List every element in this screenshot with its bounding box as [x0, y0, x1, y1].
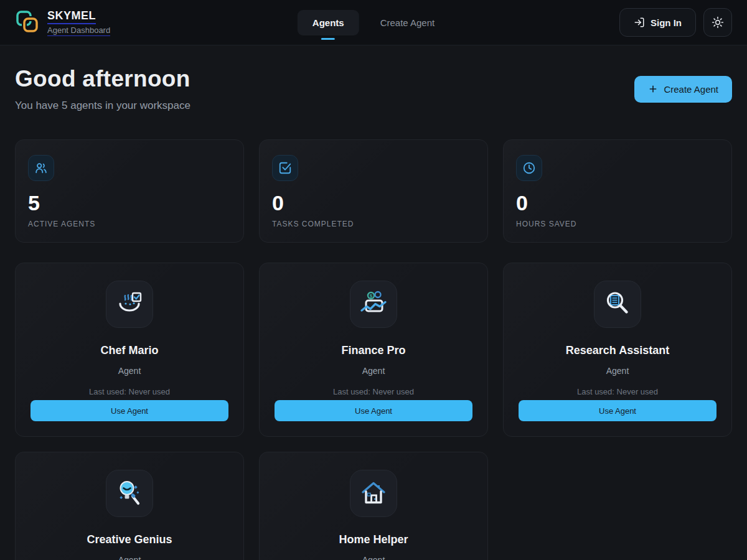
use-agent-button[interactable]: Use Agent: [519, 400, 716, 421]
agent-card-finance-pro: $ Finance Pro Agent Last used: Never use…: [259, 263, 488, 437]
research-magnifier-document-icon: [603, 289, 632, 319]
agent-icon-tile: [106, 281, 153, 328]
agent-type: Agent: [275, 555, 472, 560]
agent-type: Agent: [519, 366, 716, 376]
stat-icon-tile: [28, 155, 54, 181]
main-content: Good afternoon You have 5 agents in your…: [0, 66, 747, 560]
agent-icon-tile: [594, 281, 641, 328]
check-square-icon: [278, 161, 292, 175]
stat-label: TASKS COMPLETED: [272, 220, 475, 228]
stat-value: 5: [28, 192, 231, 213]
greeting-title: Good afternoon: [15, 66, 190, 92]
agent-icon-tile: [350, 470, 397, 517]
agents-grid: Chef Mario Agent Last used: Never used U…: [15, 263, 732, 560]
stat-label: ACTIVE AGENTS: [28, 220, 231, 228]
agent-card-chef-mario: Chef Mario Agent Last used: Never used U…: [15, 263, 244, 437]
main-nav: Agents Create Agent: [298, 0, 449, 45]
sign-in-label: Sign In: [651, 17, 682, 28]
tab-create-agent-label: Create Agent: [380, 17, 435, 28]
stat-value: 0: [272, 192, 475, 213]
agent-name: Home Helper: [275, 533, 472, 546]
use-agent-button[interactable]: Use Agent: [31, 400, 228, 421]
workspace-summary: You have 5 agents in your workspace: [15, 100, 190, 112]
stat-card-hours-saved: 0 HOURS SAVED: [503, 139, 732, 243]
agent-name: Creative Genius: [31, 533, 228, 546]
agent-card-home-helper: Home Helper Agent Last used: Never used …: [259, 452, 488, 560]
agent-type: Agent: [31, 555, 228, 560]
skymel-logo-icon: [15, 9, 41, 35]
app-header: SKYMEL Agent Dashboard Agents Create Age…: [0, 0, 747, 45]
hero-section: Good afternoon You have 5 agents in your…: [15, 66, 732, 112]
login-icon: [634, 17, 645, 28]
tab-agents[interactable]: Agents: [298, 10, 359, 35]
brand[interactable]: SKYMEL Agent Dashboard: [15, 9, 110, 36]
create-agent-button[interactable]: Create Agent: [634, 76, 732, 103]
creative-bulb-wand-icon: [115, 478, 144, 508]
tab-create-agent[interactable]: Create Agent: [365, 10, 450, 35]
brand-subtitle: Agent Dashboard: [47, 26, 110, 36]
agent-type: Agent: [275, 366, 472, 376]
use-agent-button[interactable]: Use Agent: [275, 400, 472, 421]
agent-name: Chef Mario: [31, 344, 228, 357]
plus-icon: [648, 84, 658, 94]
agent-icon-tile: $: [350, 281, 397, 328]
stat-icon-tile: [272, 155, 298, 181]
stat-label: HOURS SAVED: [516, 220, 719, 228]
finance-chart-coins-icon: $: [359, 289, 388, 319]
agent-card-creative-genius: Creative Genius Agent Last used: Never u…: [15, 452, 244, 560]
users-icon: [34, 161, 48, 175]
home-house-icon: [359, 478, 388, 508]
agent-type: Agent: [31, 366, 228, 376]
sun-icon: [712, 16, 724, 29]
header-actions: Sign In: [619, 8, 732, 37]
agent-card-research-assistant: Research Assistant Agent Last used: Neve…: [503, 263, 732, 437]
agent-last-used: Last used: Never used: [275, 387, 472, 396]
agent-name: Research Assistant: [519, 344, 716, 357]
agent-icon-tile: [106, 470, 153, 517]
agent-name: Finance Pro: [275, 344, 472, 357]
stat-card-active-agents: 5 ACTIVE AGENTS: [15, 139, 244, 243]
create-agent-label: Create Agent: [664, 84, 718, 95]
chef-steaming-bowl-icon: [115, 289, 144, 319]
brand-name: SKYMEL: [47, 9, 96, 24]
clock-icon: [522, 161, 536, 175]
tab-agents-label: Agents: [312, 17, 344, 28]
stat-card-tasks-completed: 0 TASKS COMPLETED: [259, 139, 488, 243]
agent-last-used: Last used: Never used: [31, 387, 228, 396]
svg-text:$: $: [370, 293, 373, 299]
active-tab-underline: [321, 38, 335, 40]
stat-value: 0: [516, 192, 719, 213]
sign-in-button[interactable]: Sign In: [619, 8, 696, 37]
theme-toggle-button[interactable]: [703, 8, 732, 37]
agent-last-used: Last used: Never used: [519, 387, 716, 396]
stats-row: 5 ACTIVE AGENTS 0 TASKS COMPLETED 0 HOUR: [15, 139, 732, 243]
stat-icon-tile: [516, 155, 542, 181]
